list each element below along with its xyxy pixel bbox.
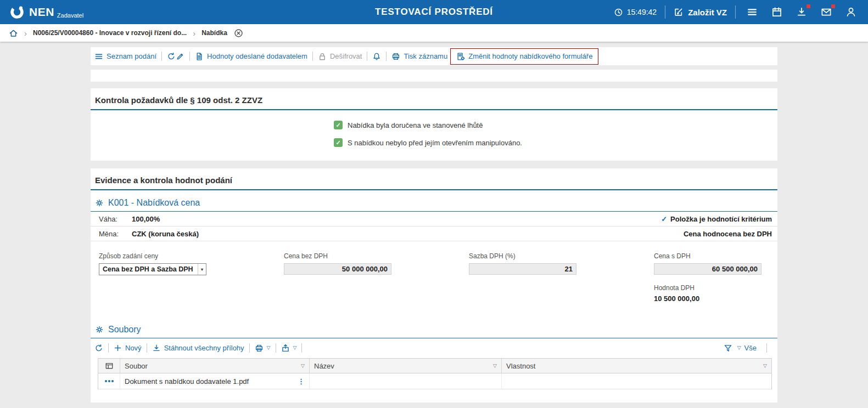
file-name: Dokument s nabídkou dodavatele 1.pdf	[125, 377, 249, 386]
hodnota-dph-label: Hodnota DPH	[654, 284, 761, 292]
view-all-filter-button[interactable]: ▽ Vše	[737, 344, 757, 352]
hamburger-icon	[747, 7, 758, 18]
tisk-zaznamu-button[interactable]: Tisk záznamu	[391, 52, 447, 61]
download-all-attachments-button[interactable]: Stáhnout všechny přílohy	[152, 344, 244, 353]
topbar-actions: 15:49:42 Založit VZ	[614, 5, 859, 19]
nen-logo[interactable]: NEN Zadavatel	[9, 4, 83, 20]
vaha-label: Váha:	[99, 215, 132, 223]
clock-display: 15:49:42	[614, 8, 657, 17]
edit-square-icon	[674, 7, 684, 17]
bell-icon	[372, 52, 381, 61]
kontrola-checklist: ✓ Nabídka byla doručena ve stanovené lhů…	[91, 110, 777, 161]
seznam-podani-button[interactable]: Seznam podání	[94, 52, 156, 61]
hodnocena-note: Cena hodnocena bez DPH	[684, 230, 772, 238]
price-entry-mode-select[interactable]: Cena bez DPH a Sazba DPH ▾	[99, 263, 206, 275]
breadcrumb: › N006/25/V00004860 - Inovace v rozvoji …	[0, 24, 868, 42]
vaha-value: 100,00%	[132, 215, 160, 223]
price-form: Způsob zadání ceny Cena bez DPH a Sazba …	[91, 241, 777, 275]
download-icon	[796, 7, 807, 18]
messages-notification-badge	[831, 4, 835, 8]
green-checkbox-icon: ✓	[334, 138, 343, 147]
breadcrumb-item-nabidka[interactable]: Nabídka	[201, 29, 227, 37]
field-sazba-dph: Sazba DPH (%)	[469, 252, 576, 275]
breadcrumb-chevron: ›	[193, 29, 195, 37]
refresh-icon	[94, 344, 103, 353]
section-evidence-hodnot: Evidence a kontrola hodnot podání K001 -…	[91, 168, 777, 403]
files-gear-icon	[95, 325, 104, 334]
hodnota-dph-value: 10 500 000,00	[654, 294, 761, 303]
files-table: Soubor ▽ Název ▽ Vlastnost ▽ Dokument s …	[98, 358, 772, 389]
edit-button[interactable]	[176, 52, 184, 61]
mena-row: Měna: CZK (koruna česká) Cena hodnocena …	[91, 226, 777, 241]
top-header: NEN Zadavatel TESTOVACÍ PROSTŘEDÍ 15:49:…	[0, 0, 868, 24]
user-icon	[845, 7, 856, 18]
desifrovat-button[interactable]: Dešifrovat	[318, 52, 362, 61]
column-filter-icon[interactable]: ▽	[493, 363, 497, 369]
close-tab-icon[interactable]	[234, 29, 243, 38]
hodnoty-odeslane-button[interactable]: Hodnoty odeslané dodavatelem	[195, 52, 307, 61]
green-checkbox-icon: ✓	[334, 121, 343, 129]
files-refresh-button[interactable]	[94, 344, 103, 353]
row-cell-nazev	[310, 373, 502, 389]
main-menu-button[interactable]	[744, 7, 760, 18]
record-toolbar: Seznam podání Hodnoty odeslané dodavatel…	[91, 47, 777, 65]
vaha-row: Váha: 100,00% ✓ Položka je hodnotící kri…	[91, 212, 777, 226]
export-icon	[281, 344, 290, 353]
cell-menu-icon[interactable]: ⋮	[298, 377, 305, 386]
downloads-button[interactable]	[793, 7, 810, 18]
chevron-down-icon: ▾	[198, 264, 206, 275]
breadcrumb-chevron: ›	[24, 29, 27, 37]
row-cell-vlastnost	[502, 373, 771, 389]
cena-s-dph-input[interactable]	[654, 263, 761, 275]
files-filter-controls: ▽ Vše	[724, 343, 772, 353]
column-filter-icon[interactable]: ▽	[763, 363, 767, 369]
new-file-button[interactable]: Nový	[114, 344, 142, 352]
mail-icon	[821, 7, 832, 18]
home-button[interactable]	[9, 29, 18, 38]
export-files-menu-button[interactable]: ▽	[281, 344, 297, 353]
topbar-divider	[735, 5, 736, 19]
refresh-icon	[167, 52, 176, 61]
downloads-notification-badge	[807, 4, 810, 8]
toolbar-divider	[108, 343, 109, 353]
row-actions-button[interactable]	[105, 380, 114, 382]
document-icon	[195, 52, 204, 61]
list-icon	[94, 52, 103, 61]
section-title: Evidence a kontrola hodnot podání	[91, 168, 777, 190]
calendar-button[interactable]	[769, 7, 785, 18]
printer-icon	[255, 344, 264, 353]
check-label: S nabídkou nebylo před jejím otevřením m…	[348, 139, 522, 147]
form-edit-icon	[456, 52, 465, 61]
table-row[interactable]: Dokument s nabídkou dodavatele 1.pdf ⋮	[98, 373, 771, 389]
cena-bez-dph-label: Cena bez DPH	[284, 252, 391, 260]
print-files-menu-button[interactable]: ▽	[255, 344, 271, 353]
files-toolbar: Nový Stáhnout všechny přílohy ▽ ▽	[91, 338, 777, 356]
user-profile-button[interactable]	[843, 7, 859, 18]
filter-button[interactable]	[724, 344, 732, 353]
header-cell-nazev[interactable]: Název ▽	[310, 359, 502, 373]
funnel-icon	[724, 344, 732, 353]
create-vz-button[interactable]: Založit VZ	[674, 7, 727, 17]
dropdown-triangle-icon: ▽	[293, 345, 297, 350]
nen-logo-icon	[9, 4, 25, 20]
calendar-icon	[771, 7, 782, 18]
field-cena-bez-dph: Cena bez DPH	[284, 252, 391, 275]
plus-icon	[114, 344, 122, 352]
messages-button[interactable]	[818, 7, 835, 18]
cena-bez-dph-input[interactable]	[284, 263, 391, 275]
topbar-divider	[665, 5, 665, 19]
toolbar-divider	[312, 52, 313, 61]
column-filter-icon[interactable]: ▽	[301, 363, 305, 369]
toolbar-divider	[301, 343, 302, 353]
header-cell-soubor[interactable]: Soubor ▽	[120, 359, 310, 373]
header-cell-selector[interactable]	[98, 359, 120, 373]
printer-icon	[391, 52, 400, 61]
header-cell-vlastnost[interactable]: Vlastnost ▽	[502, 359, 771, 373]
breadcrumb-item-tender[interactable]: N006/25/V00004860 - Inovace v rozvoji ří…	[33, 29, 187, 37]
refresh-button[interactable]	[167, 52, 176, 61]
pencil-icon	[176, 52, 184, 61]
table-grid-icon	[105, 361, 114, 370]
sazba-dph-input[interactable]	[469, 263, 576, 275]
notifications-button[interactable]	[372, 52, 381, 61]
zmenit-hodnoty-button[interactable]: Změnit hodnoty nabídkového formuláře	[450, 48, 598, 65]
